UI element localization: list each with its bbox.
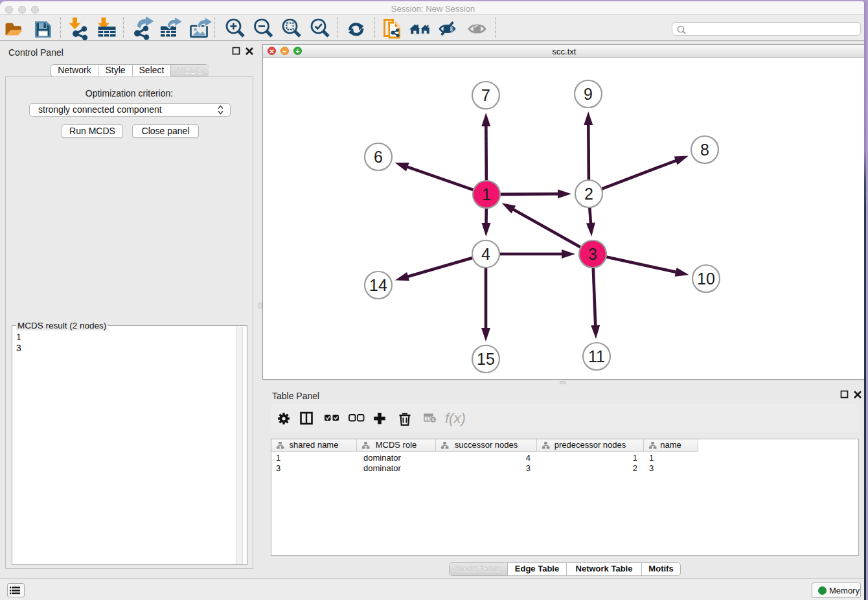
svg-text:11: 11 bbox=[588, 347, 605, 365]
svg-text:8: 8 bbox=[700, 141, 709, 159]
svg-text:1: 1 bbox=[482, 185, 491, 203]
svg-text:14: 14 bbox=[369, 276, 387, 294]
svg-text:3: 3 bbox=[588, 245, 597, 263]
svg-text:f(x): f(x) bbox=[445, 410, 466, 426]
svg-text:4: 4 bbox=[481, 245, 490, 263]
svg-text:10: 10 bbox=[697, 270, 715, 288]
svg-text:6: 6 bbox=[374, 148, 383, 166]
svg-text:9: 9 bbox=[584, 85, 593, 103]
svg-text:7: 7 bbox=[481, 86, 490, 104]
svg-text:2: 2 bbox=[584, 185, 593, 203]
svg-text:15: 15 bbox=[477, 350, 495, 368]
